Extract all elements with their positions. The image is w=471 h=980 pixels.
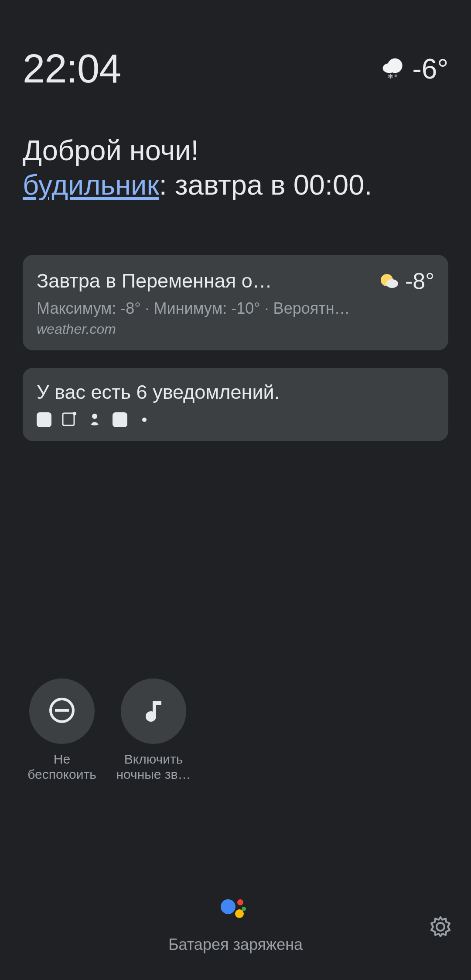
greeting-block: Доброй ночи! будильник: завтра в 00:00. [23, 133, 448, 202]
music-note-icon [138, 695, 169, 728]
snow-icon: ✻ ✻ [380, 56, 406, 82]
more-dot-icon [142, 418, 147, 422]
svg-point-5 [386, 279, 398, 288]
svg-rect-6 [63, 413, 74, 425]
weather-now-temp: -6° [413, 53, 449, 85]
svg-text:✻: ✻ [394, 73, 397, 78]
weather-card-source: weather.com [37, 321, 434, 337]
weather-now[interactable]: ✻ ✻ -6° [380, 53, 449, 85]
weather-card[interactable]: Завтра в Переменная о… -8° Максимум: -8°… [23, 255, 448, 350]
alarm-link[interactable]: будильник [23, 169, 159, 201]
svg-point-1 [382, 63, 396, 73]
svg-point-13 [146, 711, 156, 722]
weather-card-title: Завтра в Переменная о… [37, 270, 370, 292]
svg-point-17 [235, 909, 244, 918]
clock-time: 22:04 [23, 46, 121, 92]
svg-point-14 [221, 899, 236, 914]
svg-rect-12 [153, 701, 161, 705]
battery-status: Батарея заряжена [168, 935, 303, 954]
svg-point-8 [92, 414, 97, 419]
night-sounds-action[interactable]: Включить ночные зв… [114, 678, 193, 782]
app-icon [37, 412, 51, 427]
assistant-icon[interactable] [216, 894, 255, 920]
svg-point-18 [437, 923, 444, 931]
notifications-card[interactable]: У вас есть 6 уведомлений. [23, 368, 448, 441]
do-not-disturb-icon [46, 695, 78, 728]
app-icon [62, 411, 77, 428]
notification-app-icons [37, 411, 434, 428]
notifications-title: У вас есть 6 уведомлений. [37, 381, 434, 404]
svg-point-7 [73, 412, 76, 415]
alarm-text: : завтра в 00:00. [159, 169, 372, 201]
settings-button[interactable] [427, 915, 454, 941]
svg-point-15 [237, 899, 243, 905]
weather-card-temp: -8° [405, 268, 434, 294]
gear-icon [428, 915, 453, 941]
night-sounds-label: Включить ночные зв… [114, 752, 193, 782]
app-icon [113, 412, 127, 427]
svg-text:✻: ✻ [387, 72, 393, 79]
dnd-action[interactable]: Не беспокоить [23, 678, 101, 782]
weather-card-subline: Максимум: -8° · Минимум: -10° · Вероятн… [37, 299, 434, 318]
greeting-title: Доброй ночи! [23, 133, 448, 168]
dnd-label: Не беспокоить [23, 752, 101, 782]
partly-cloudy-icon [378, 271, 399, 291]
app-icon [87, 411, 102, 428]
